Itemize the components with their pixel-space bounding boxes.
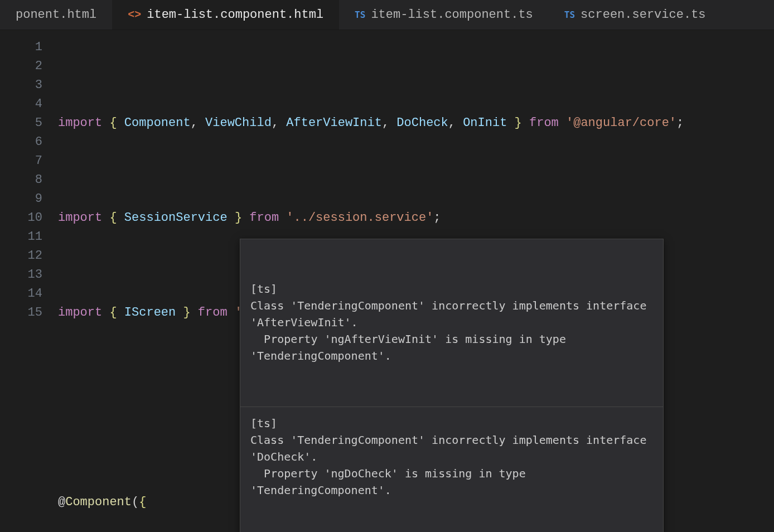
ident: OnInit xyxy=(463,116,507,130)
tab-label: item-list.component.html xyxy=(147,8,323,22)
line-number: 11 xyxy=(0,228,42,246)
tab-screen-service-ts[interactable]: TS screen.service.ts xyxy=(549,0,722,30)
line-number: 1 xyxy=(0,38,42,57)
line-number: 14 xyxy=(0,284,42,303)
line-number: 12 xyxy=(0,246,42,265)
line-number: 5 xyxy=(0,114,42,133)
ident: DoCheck xyxy=(396,116,448,130)
kw-import: import xyxy=(58,211,102,225)
line-number: 6 xyxy=(0,133,42,152)
line-number: 3 xyxy=(0,76,42,95)
at: @ xyxy=(58,495,65,509)
code-area[interactable]: import { Component, ViewChild, AfterView… xyxy=(56,30,774,532)
kw-import: import xyxy=(58,116,102,130)
ident: IScreen xyxy=(124,306,176,320)
line-number: 7 xyxy=(0,152,42,171)
paren: ( xyxy=(132,495,139,509)
comma: , xyxy=(448,116,456,130)
tab-label: screen.service.ts xyxy=(580,8,705,22)
ident: Component xyxy=(124,116,191,130)
tab-label: ponent.html xyxy=(16,8,96,22)
string: '../session.service' xyxy=(286,211,433,225)
brace: } xyxy=(515,116,522,130)
editor[interactable]: 1 2 3 4 5 6 7 8 9 10 11 12 13 14 15 impo… xyxy=(0,30,774,532)
hover-tooltip: [ts] Class 'TenderingComponent' incorrec… xyxy=(240,239,664,532)
kw-import: import xyxy=(58,306,102,320)
html-icon: <> xyxy=(128,8,141,21)
ts-icon: TS xyxy=(564,9,575,20)
line-number: 15 xyxy=(0,303,42,322)
semi: ; xyxy=(676,116,684,130)
tab-item-list-html[interactable]: <> item-list.component.html xyxy=(112,0,339,30)
brace: { xyxy=(109,211,117,225)
line-number: 9 xyxy=(0,190,42,209)
line-number: 8 xyxy=(0,171,42,190)
tab-label: item-list.component.ts xyxy=(371,8,533,22)
code-line[interactable]: import { SessionService } from '../sessi… xyxy=(58,209,774,228)
code-line[interactable]: import { Component, ViewChild, AfterView… xyxy=(58,114,774,133)
kw-from: from xyxy=(198,306,228,320)
ident: AfterViewInit xyxy=(286,116,382,130)
ident: ViewChild xyxy=(205,116,272,130)
semi: ; xyxy=(433,211,441,225)
gutter: 1 2 3 4 5 6 7 8 9 10 11 12 13 14 15 xyxy=(0,30,56,532)
kw-from: from xyxy=(529,116,559,130)
brace: { xyxy=(109,116,117,130)
brace: } xyxy=(183,306,190,320)
decorator: Component xyxy=(65,495,132,509)
brace: { xyxy=(109,306,117,320)
hover-message: [ts] Class 'TenderingComponent' incorrec… xyxy=(240,407,663,507)
kw-from: from xyxy=(249,211,279,225)
tab-item-list-ts[interactable]: TS item-list.component.ts xyxy=(339,0,549,30)
line-number: 10 xyxy=(0,209,42,228)
comma: , xyxy=(191,116,198,130)
comma: , xyxy=(382,116,389,130)
ts-icon: TS xyxy=(355,9,365,20)
string: '@angular/core' xyxy=(566,116,676,130)
hover-message: [ts] Class 'TenderingComponent' incorrec… xyxy=(240,273,663,373)
line-number: 4 xyxy=(0,95,42,114)
brace: { xyxy=(139,495,146,509)
brace: } xyxy=(235,211,242,225)
tab-bar: ponent.html <> item-list.component.html … xyxy=(0,0,774,30)
ident: SessionService xyxy=(124,211,228,225)
line-number: 13 xyxy=(0,265,42,284)
tab-ponent-html[interactable]: ponent.html xyxy=(0,0,112,30)
comma: , xyxy=(272,116,279,130)
line-number: 2 xyxy=(0,57,42,76)
